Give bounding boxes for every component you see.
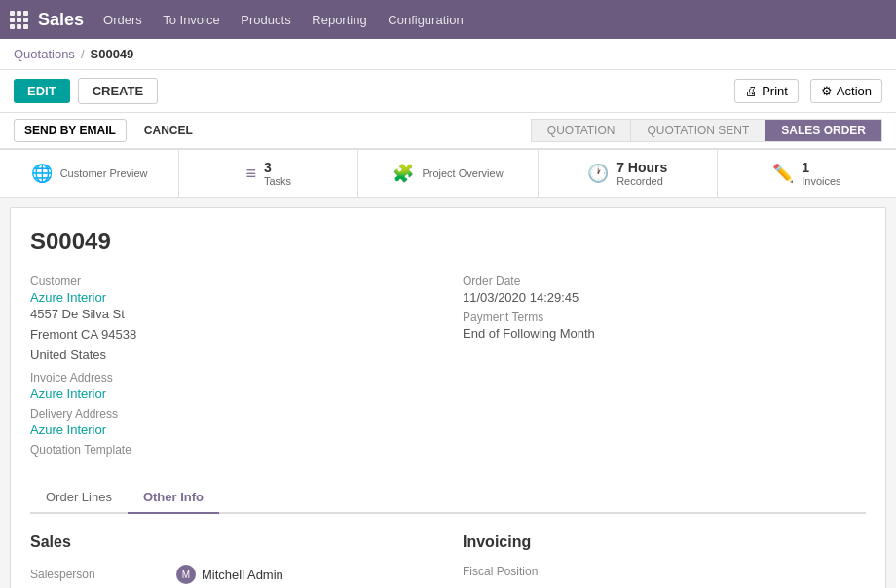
stat-tasks-label: Tasks bbox=[264, 175, 291, 187]
puzzle-icon: 🧩 bbox=[392, 163, 414, 184]
invoice-address-field: Invoice Address Azure Interior bbox=[30, 371, 433, 401]
stat-hours-recorded[interactable]: 🕐 7 Hours Recorded bbox=[539, 150, 718, 197]
form-grid: Customer Azure Interior 4557 De Silva St… bbox=[30, 275, 866, 462]
quotation-template-label: Quotation Template bbox=[30, 443, 433, 457]
order-title: S00049 bbox=[30, 228, 866, 255]
tabs-bar: Order Lines Other Info bbox=[30, 482, 866, 514]
delivery-address-label: Delivery Address bbox=[30, 407, 433, 421]
action-button[interactable]: ⚙ Action bbox=[810, 79, 882, 103]
fiscal-position-label: Fiscal Position bbox=[463, 565, 609, 578]
breadcrumb-current: S00049 bbox=[91, 47, 134, 61]
send-by-email-button[interactable]: SEND BY EMAIL bbox=[14, 119, 127, 142]
customer-address: 4557 De Silva StFremont CA 94538United S… bbox=[30, 305, 433, 365]
invoice-icon: ✏️ bbox=[772, 163, 794, 184]
order-info-block: Order Date 11/03/2020 14:29:45 Payment T… bbox=[463, 275, 866, 462]
print-icon: 🖨 bbox=[745, 84, 758, 98]
status-quotation[interactable]: QUOTATION bbox=[531, 119, 632, 142]
invoice-address-label: Invoice Address bbox=[30, 371, 433, 385]
action-bar-right: 🖨 Print ⚙ Action bbox=[734, 79, 882, 103]
order-date-field: Order Date 11/03/2020 14:29:45 bbox=[463, 275, 866, 305]
payment-terms-value: End of Following Month bbox=[463, 326, 866, 341]
payment-terms-label: Payment Terms bbox=[463, 311, 866, 324]
stat-project-overview-label: Project Overview bbox=[422, 167, 503, 179]
breadcrumb-parent[interactable]: Quotations bbox=[14, 47, 75, 61]
nav-orders[interactable]: Orders bbox=[103, 13, 142, 27]
globe-icon: 🌐 bbox=[31, 163, 53, 184]
stat-customer-preview[interactable]: 🌐 Customer Preview bbox=[0, 150, 179, 197]
invoice-address-value[interactable]: Azure Interior bbox=[30, 386, 433, 401]
breadcrumb: Quotations / S00049 bbox=[0, 39, 896, 70]
status-bar: QUOTATION QUOTATION SENT SALES ORDER bbox=[531, 119, 882, 142]
tasks-icon: ≡ bbox=[245, 164, 256, 184]
order-date-label: Order Date bbox=[463, 275, 866, 288]
stat-customer-preview-label: Customer Preview bbox=[60, 167, 148, 179]
salesperson-value: M Mitchell Admin bbox=[176, 565, 283, 584]
stat-invoices-label: Invoices bbox=[802, 175, 840, 187]
print-button[interactable]: 🖨 Print bbox=[734, 79, 799, 103]
payment-terms-field: Payment Terms End of Following Month bbox=[463, 311, 866, 341]
sales-section: Sales Salesperson M Mitchell Admin Sales… bbox=[30, 533, 433, 588]
top-navigation: Sales Orders To Invoice Products Reporti… bbox=[0, 0, 896, 39]
status-sales-order[interactable]: SALES ORDER bbox=[765, 119, 882, 142]
fiscal-position-row: Fiscal Position bbox=[463, 565, 866, 578]
stat-invoices-num: 1 bbox=[802, 160, 840, 175]
clock-icon: 🕐 bbox=[587, 163, 609, 184]
breadcrumb-separator: / bbox=[81, 47, 85, 61]
invoicing-section: Invoicing Fiscal Position Analytic Accou… bbox=[463, 533, 866, 588]
customer-block: Customer Azure Interior 4557 De Silva St… bbox=[30, 275, 433, 462]
action-bar: EDIT CREATE 🖨 Print ⚙ Action bbox=[0, 70, 896, 113]
tab-order-lines[interactable]: Order Lines bbox=[30, 482, 128, 514]
sales-section-title: Sales bbox=[30, 533, 433, 551]
nav-products[interactable]: Products bbox=[241, 13, 290, 27]
gear-icon: ⚙ bbox=[821, 84, 833, 98]
stat-invoices[interactable]: ✏️ 1 Invoices bbox=[718, 150, 896, 197]
order-date-value: 11/03/2020 14:29:45 bbox=[463, 290, 866, 305]
status-quotation-sent[interactable]: QUOTATION SENT bbox=[630, 119, 765, 142]
edit-button[interactable]: EDIT bbox=[14, 79, 70, 103]
stat-tasks[interactable]: ≡ 3 Tasks bbox=[179, 150, 358, 197]
create-button[interactable]: CREATE bbox=[78, 78, 158, 104]
sub-action-bar: SEND BY EMAIL CANCEL QUOTATION QUOTATION… bbox=[0, 113, 896, 149]
salesperson-label: Salesperson bbox=[30, 568, 176, 581]
delivery-address-value[interactable]: Azure Interior bbox=[30, 423, 433, 437]
stat-project-overview[interactable]: 🧩 Project Overview bbox=[358, 150, 538, 197]
avatar: M bbox=[176, 565, 196, 584]
customer-field: Customer Azure Interior 4557 De Silva St… bbox=[30, 275, 433, 365]
stats-row: 🌐 Customer Preview ≡ 3 Tasks 🧩 Project O… bbox=[0, 149, 896, 198]
cancel-button[interactable]: CANCEL bbox=[134, 120, 203, 141]
quotation-template-field: Quotation Template bbox=[30, 443, 433, 457]
tab-other-info[interactable]: Other Info bbox=[128, 482, 219, 514]
main-nav: Orders To Invoice Products Reporting Con… bbox=[103, 13, 481, 27]
stat-hours-label: Recorded bbox=[616, 175, 667, 187]
delivery-address-field: Delivery Address Azure Interior bbox=[30, 407, 433, 437]
nav-configuration[interactable]: Configuration bbox=[388, 13, 463, 27]
tab-content-other-info: Sales Salesperson M Mitchell Admin Sales… bbox=[30, 514, 866, 588]
main-content: S00049 Customer Azure Interior 4557 De S… bbox=[10, 207, 886, 588]
apps-icon[interactable] bbox=[10, 11, 28, 29]
customer-value[interactable]: Azure Interior bbox=[30, 290, 433, 305]
salesperson-row: Salesperson M Mitchell Admin bbox=[30, 565, 433, 584]
customer-label: Customer bbox=[30, 275, 433, 288]
stat-hours-num: 7 Hours bbox=[616, 160, 667, 175]
nav-to-invoice[interactable]: To Invoice bbox=[163, 13, 220, 27]
app-title: Sales bbox=[38, 10, 84, 30]
stat-tasks-num: 3 bbox=[264, 160, 291, 175]
invoicing-section-title: Invoicing bbox=[463, 533, 866, 551]
nav-reporting[interactable]: Reporting bbox=[312, 13, 366, 27]
